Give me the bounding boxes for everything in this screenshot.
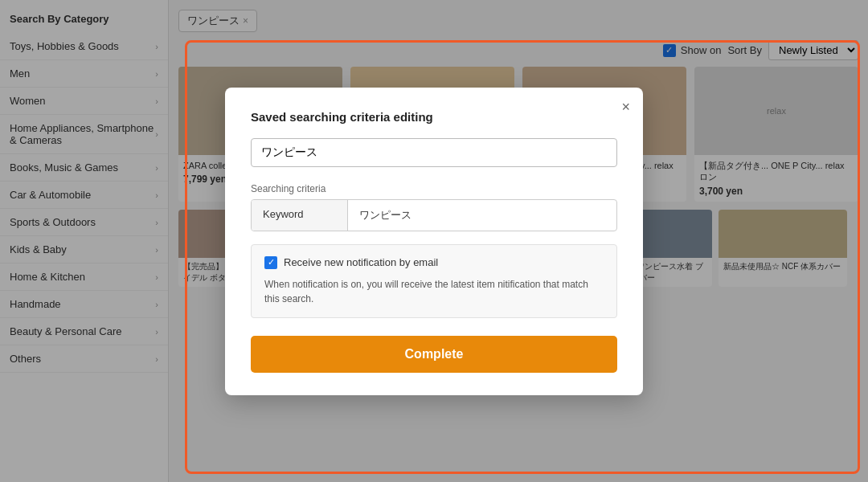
check-icon: ✓ <box>268 257 275 268</box>
criteria-row: Keyword ワンピース <box>252 200 616 231</box>
notification-description: When notification is on, you will receiv… <box>264 277 604 306</box>
modal-title: Saved searching criteria editing <box>251 110 617 124</box>
page-wrapper: Search By Category Toys, Hobbies & Goods… <box>0 0 868 482</box>
modal-close-button[interactable]: × <box>621 99 630 116</box>
complete-button[interactable]: Complete <box>251 336 617 373</box>
notification-box: ✓ Receive new notification by email When… <box>251 244 617 318</box>
criteria-section-label: Searching criteria <box>251 183 617 194</box>
modal-search-input[interactable] <box>251 138 617 167</box>
modal-dialog: × Saved searching criteria editing Searc… <box>225 88 643 395</box>
criteria-key: Keyword <box>252 200 348 231</box>
criteria-value: ワンピース <box>348 200 616 231</box>
notification-checkbox-label: Receive new notification by email <box>284 256 438 268</box>
notification-checkbox-row: ✓ Receive new notification by email <box>264 256 604 269</box>
notification-checkbox[interactable]: ✓ <box>264 256 277 269</box>
criteria-table: Keyword ワンピース <box>251 199 617 231</box>
modal-backdrop: × Saved searching criteria editing Searc… <box>0 0 868 482</box>
